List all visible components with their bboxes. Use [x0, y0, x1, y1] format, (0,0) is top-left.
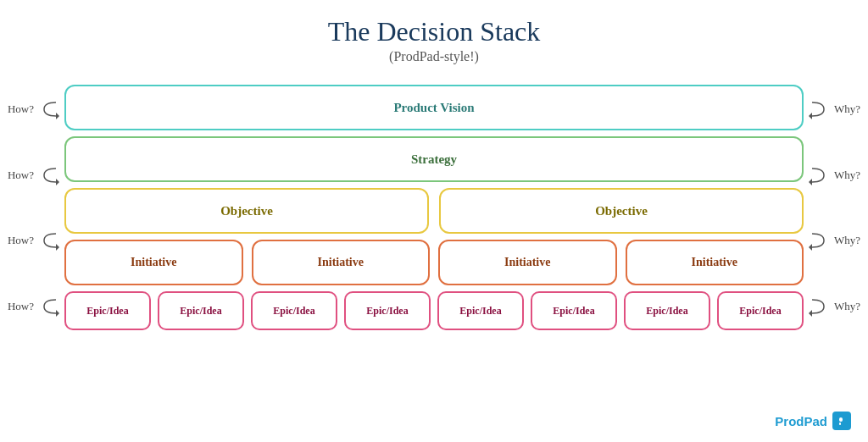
left-arrow-3 [37, 229, 61, 252]
product-vision-row: Product Vision [64, 85, 804, 130]
right-arrow-4 [807, 295, 831, 318]
svg-marker-0 [56, 113, 59, 119]
initiative-2-label: Initiative [318, 256, 364, 269]
left-arrow-2 [37, 163, 61, 187]
svg-rect-9 [839, 417, 843, 422]
page: The Decision Stack (ProdPad-style!) How?… [0, 0, 868, 442]
epic-4-label: Epic/Idea [366, 305, 408, 318]
left-label-how2: How? [8, 146, 61, 204]
prodpad-logo: ProdPad [775, 412, 851, 430]
initiative-1: Initiative [64, 240, 243, 285]
left-side-labels: How? How? How? [17, 76, 61, 339]
epic-6: Epic/Idea [531, 291, 617, 330]
svg-marker-5 [809, 179, 812, 185]
right-label-why3: Why? [807, 212, 860, 269]
initiative-1-label: Initiative [131, 256, 176, 269]
initiative-4-label: Initiative [692, 256, 737, 269]
right-arrow-2 [807, 163, 831, 187]
right-label-why4-text: Why? [834, 300, 860, 313]
initiatives-row: Initiative Initiative Initiative Initiat… [64, 240, 804, 285]
objective-2: Objective [439, 188, 804, 234]
epic-1: Epic/Idea [64, 291, 151, 330]
epic-5-label: Epic/Idea [459, 305, 501, 318]
svg-marker-6 [809, 244, 812, 251]
diagram-area: How? How? How? [17, 76, 851, 339]
svg-marker-4 [809, 113, 812, 119]
right-label-why1: Why? [807, 80, 860, 138]
svg-marker-2 [56, 244, 59, 251]
epic-8-label: Epic/Idea [739, 305, 781, 318]
objective-1-label: Objective [220, 204, 273, 218]
page-subtitle: (ProdPad-style!) [389, 49, 479, 64]
epic-4: Epic/Idea [344, 291, 431, 330]
initiative-2: Initiative [252, 240, 431, 285]
objective-2-label: Objective [595, 204, 648, 218]
decision-stack: Product Vision Strategy Objective Object… [64, 85, 804, 330]
epic-3-label: Epic/Idea [273, 305, 314, 318]
right-label-why4: Why? [807, 278, 860, 335]
epic-1-label: Epic/Idea [86, 305, 128, 318]
epic-6-label: Epic/Idea [553, 305, 594, 318]
epic-3: Epic/Idea [251, 291, 337, 330]
right-arrow-3 [807, 229, 831, 252]
left-label-how2-text: How? [8, 169, 34, 182]
epics-row: Epic/Idea Epic/Idea Epic/Idea Epic/Idea … [64, 291, 804, 330]
svg-marker-7 [809, 310, 812, 317]
svg-marker-1 [56, 179, 59, 185]
left-label-how3-text: How? [8, 234, 34, 247]
right-label-why3-text: Why? [834, 234, 860, 247]
left-label-how4-text: How? [8, 300, 34, 313]
strategy-row: Strategy [64, 136, 804, 182]
right-arrow-1 [807, 97, 831, 121]
epic-8: Epic/Idea [717, 291, 804, 330]
left-label-how3: How? [8, 212, 61, 269]
epic-2: Epic/Idea [158, 291, 244, 330]
initiative-3-label: Initiative [504, 256, 550, 269]
right-side-labels: Why? Why? Why? [807, 76, 851, 339]
page-title: The Decision Stack [328, 15, 541, 47]
strategy-label: Strategy [411, 152, 457, 167]
epic-2-label: Epic/Idea [180, 305, 221, 318]
left-label-how1-text: How? [8, 102, 34, 116]
initiative-3: Initiative [438, 240, 617, 285]
epic-5: Epic/Idea [437, 291, 524, 330]
right-label-why2-text: Why? [834, 169, 860, 182]
prodpad-icon [832, 412, 851, 430]
epic-7: Epic/Idea [624, 291, 710, 330]
left-arrow-4 [37, 295, 61, 318]
left-arrow-1 [37, 97, 61, 121]
objectives-row: Objective Objective [64, 188, 804, 234]
left-label-how4: How? [8, 278, 61, 335]
objective-1: Objective [64, 188, 429, 234]
product-vision-label: Product Vision [393, 101, 474, 115]
svg-rect-10 [839, 423, 841, 425]
svg-marker-3 [56, 310, 59, 317]
initiative-4: Initiative [626, 240, 804, 285]
right-label-why2: Why? [807, 146, 860, 204]
prodpad-text: ProdPad [775, 414, 827, 428]
left-label-how1: How? [8, 80, 61, 138]
epic-7-label: Epic/Idea [646, 305, 687, 318]
right-label-why1-text: Why? [834, 102, 860, 116]
